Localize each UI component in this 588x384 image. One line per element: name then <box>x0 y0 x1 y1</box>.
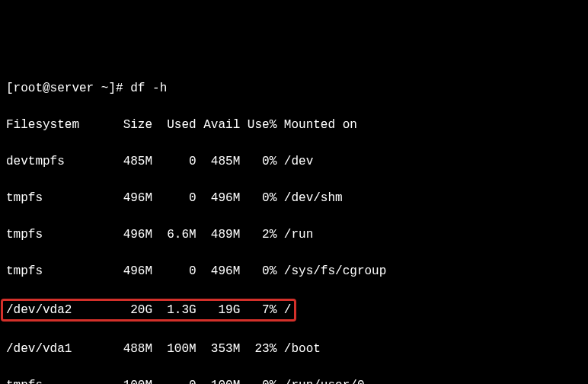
prompt-df: [root@server ~]# df -h <box>6 79 582 98</box>
df-row: tmpfs 496M 0 496M 0% /dev/shm <box>6 189 582 207</box>
df-row: tmpfs 496M 0 496M 0% /sys/fs/cgroup <box>6 262 582 280</box>
df-row: tmpfs 496M 6.6M 489M 2% /run <box>6 226 582 244</box>
df-row: /dev/vda1 488M 100M 353M 23% /boot <box>6 340 582 358</box>
df-row: devtmpfs 485M 0 485M 0% /dev <box>6 152 582 171</box>
df-row-highlighted: /dev/vda2 20G 1.3G 19G 7% / <box>6 299 582 322</box>
df-row: tmpfs 100M 0 100M 0% /run/user/0 <box>6 376 582 384</box>
highlight-box: /dev/vda2 20G 1.3G 19G 7% / <box>1 299 296 322</box>
df-header: Filesystem Size Used Avail Use% Mounted … <box>6 116 582 134</box>
